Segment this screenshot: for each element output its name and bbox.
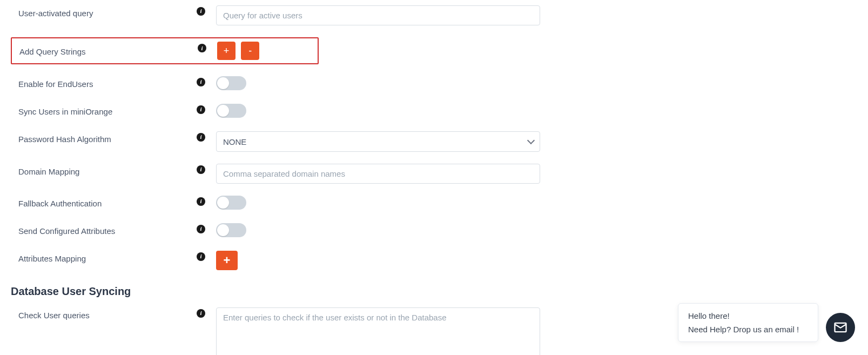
info-icon[interactable]: i xyxy=(197,225,205,233)
fallback-auth-label: Fallback Authentication xyxy=(18,196,197,208)
info-icon[interactable]: i xyxy=(198,44,206,52)
add-query-strings-highlight: Add Query Strings i + - xyxy=(11,37,319,64)
add-query-string-button[interactable]: + xyxy=(217,42,235,60)
domain-mapping-label: Domain Mapping xyxy=(18,164,197,176)
check-user-queries-textarea[interactable] xyxy=(216,307,540,355)
sync-users-toggle[interactable] xyxy=(216,104,246,118)
help-tooltip: Hello there! Need Help? Drop us an email… xyxy=(678,303,818,342)
info-icon[interactable]: i xyxy=(197,197,205,206)
user-activated-query-label: User-activated query xyxy=(18,5,197,18)
remove-query-string-button[interactable]: - xyxy=(241,42,259,60)
info-icon[interactable]: i xyxy=(197,309,205,318)
info-icon[interactable]: i xyxy=(197,252,205,261)
enable-endusers-toggle[interactable] xyxy=(216,76,246,90)
fallback-auth-toggle[interactable] xyxy=(216,196,246,210)
send-attrs-toggle[interactable] xyxy=(216,223,246,237)
info-icon[interactable]: i xyxy=(197,78,205,86)
domain-mapping-input[interactable] xyxy=(216,164,540,184)
info-icon[interactable]: i xyxy=(197,105,205,114)
info-icon[interactable]: i xyxy=(197,165,205,174)
user-activated-query-input[interactable] xyxy=(216,5,540,25)
password-hash-select[interactable]: NONE xyxy=(216,131,540,152)
info-icon[interactable]: i xyxy=(197,7,205,16)
attributes-mapping-label: Attributes Mapping xyxy=(18,251,197,263)
enable-endusers-label: Enable for EndUsers xyxy=(18,76,197,89)
password-hash-label: Password Hash Algorithm xyxy=(18,131,197,144)
db-user-syncing-heading: Database User Syncing xyxy=(11,285,857,298)
info-icon[interactable]: i xyxy=(197,133,205,142)
add-attribute-mapping-button[interactable]: + xyxy=(216,251,238,270)
check-user-queries-label: Check User queries xyxy=(18,307,197,320)
sync-users-label: Sync Users in miniOrange xyxy=(18,104,197,116)
add-query-strings-label: Add Query Strings xyxy=(19,46,198,56)
mail-icon xyxy=(833,320,848,335)
help-message: Need Help? Drop us an email ! xyxy=(688,325,808,334)
chat-fab-button[interactable] xyxy=(826,313,855,342)
send-attrs-label: Send Configured Attributes xyxy=(18,223,197,236)
help-greeting: Hello there! xyxy=(688,311,808,320)
